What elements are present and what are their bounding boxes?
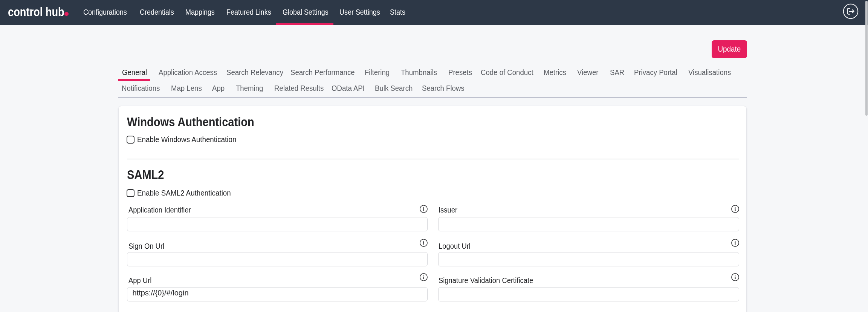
svg-text:i: i (735, 275, 736, 280)
svg-text:i: i (735, 240, 736, 246)
svg-text:i: i (423, 275, 425, 280)
svg-text:i: i (423, 206, 425, 212)
svg-text:i: i (735, 206, 736, 212)
svg-text:i: i (423, 240, 425, 246)
